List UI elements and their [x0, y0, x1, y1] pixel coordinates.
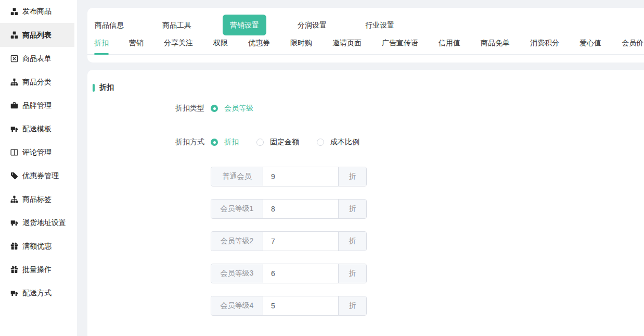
subtab-love-value[interactable]: 爱心值 — [579, 39, 601, 54]
tab-marketing-settings[interactable]: 营销设置 — [223, 15, 266, 35]
sidebar-item-label: 评论管理 — [22, 148, 51, 157]
sidebar-item-label: 商品标签 — [22, 195, 51, 204]
radio-selected-icon[interactable] — [211, 105, 218, 112]
tab-product-info[interactable]: 商品信息 — [87, 15, 131, 35]
discount-row-normal-member: 普通会员 折 — [211, 167, 367, 186]
truck-icon — [10, 219, 18, 227]
sidebar-item-label: 优惠券管理 — [22, 171, 59, 181]
discount-row-label: 会员等级4 — [211, 296, 263, 315]
discount-row-level-1: 会员等级1 折 — [211, 199, 367, 219]
sidebar-item-label: 配送方式 — [22, 289, 51, 298]
subtab-marketing[interactable]: 营销 — [129, 39, 144, 54]
discount-type-row: 折扣类型 会员等级 — [87, 104, 644, 113]
tabs-card: 商品信息 商品工具 营销设置 分润设置 行业设置 折扣 营销 分享关注 权限 优… — [87, 8, 644, 63]
gift-icon — [10, 242, 18, 250]
sidebar-item-label: 配送模板 — [22, 125, 51, 134]
sidebar-item-label: 发布商品 — [22, 7, 51, 16]
sidebar-item-delivery-template[interactable]: 配送模板 — [0, 117, 74, 141]
discount-unit: 折 — [338, 264, 366, 283]
sitemap-icon — [10, 78, 18, 86]
truck-icon — [10, 289, 18, 297]
radio-unselected-icon[interactable] — [317, 139, 324, 146]
tab-profit-settings[interactable]: 分润设置 — [290, 15, 334, 35]
cubes-icon — [10, 31, 18, 39]
subtab-free-order[interactable]: 商品免单 — [481, 39, 510, 54]
sidebar-item-label: 商品分类 — [22, 78, 51, 87]
subtab-member-price[interactable]: 会员价 — [622, 39, 643, 54]
briefcase-icon — [10, 102, 18, 109]
cubes-icon — [10, 8, 18, 16]
subtab-ad-slogan[interactable]: 广告宣传语 — [382, 39, 418, 54]
sidebar-item-label: 批量操作 — [22, 265, 51, 275]
radio-fixed-amount[interactable]: 固定金额 — [256, 138, 299, 147]
discount-unit: 折 — [338, 200, 366, 218]
sidebar-item-coupon-management[interactable]: 优惠券管理 — [0, 164, 74, 188]
sidebar-item-brand-management[interactable]: 品牌管理 — [0, 94, 74, 117]
tab-industry-settings[interactable]: 行业设置 — [358, 15, 402, 35]
discount-type-label: 折扣类型 — [87, 104, 204, 113]
radio-selected-icon[interactable] — [211, 139, 218, 146]
sidebar-item-label: 品牌管理 — [22, 101, 51, 110]
subtab-permissions[interactable]: 权限 — [213, 39, 228, 54]
discount-row-level-3: 会员等级3 折 — [211, 264, 367, 283]
tag-icon — [10, 172, 18, 180]
discount-input-level-1[interactable] — [263, 200, 338, 218]
discount-mode-label: 折扣方式 — [87, 138, 204, 147]
subtab-share-follow[interactable]: 分享关注 — [164, 39, 193, 54]
discount-mode-row: 折扣方式 折扣 固定金额 成本比例 — [87, 138, 644, 147]
discount-input-level-4[interactable] — [263, 296, 338, 315]
discount-row-label: 普通会员 — [211, 167, 263, 186]
radio-discount[interactable]: 折扣 — [211, 138, 239, 147]
discount-row-level-2: 会员等级2 折 — [211, 231, 367, 251]
subtab-discount[interactable]: 折扣 — [94, 39, 109, 54]
sidebar-item-label: 满额优惠 — [22, 242, 51, 251]
secondary-tab-bar: 折扣 营销 分享关注 权限 优惠券 限时购 邀请页面 广告宣传语 信用值 商品免… — [87, 39, 644, 55]
sidebar-item-product-list[interactable]: 商品列表 — [0, 23, 74, 47]
sidebar-item-comment-management[interactable]: 评论管理 — [0, 141, 74, 164]
discount-input-normal-member[interactable] — [263, 167, 338, 186]
sidebar: 发布商品 商品列表 商品表单 商品分类 品牌管理 配送模板 评论 — [0, 0, 77, 336]
discount-unit: 折 — [338, 167, 366, 186]
sidebar-item-product-tags[interactable]: 商品标签 — [0, 188, 74, 211]
columns-icon — [10, 148, 18, 156]
subtab-flash-sale[interactable]: 限时购 — [290, 39, 312, 54]
discount-row-level-4: 会员等级4 折 — [211, 296, 367, 316]
primary-tab-bar: 商品信息 商品工具 营销设置 分润设置 行业设置 — [87, 8, 644, 35]
discount-input-level-3[interactable] — [263, 264, 338, 283]
section-title-text: 折扣 — [99, 83, 114, 92]
discount-mode-options: 折扣 固定金额 成本比例 — [211, 138, 359, 147]
sidebar-item-delivery-method[interactable]: 配送方式 — [0, 281, 74, 305]
subtab-consume-points[interactable]: 消费积分 — [530, 39, 559, 54]
discount-row-label: 会员等级2 — [211, 232, 263, 251]
sidebar-item-label: 商品表单 — [22, 54, 51, 64]
subtab-coupon[interactable]: 优惠券 — [248, 39, 270, 54]
discount-row-label: 会员等级1 — [211, 200, 263, 218]
discount-settings-card: 折扣 折扣类型 会员等级 折扣方式 折扣 固定金额 — [87, 70, 644, 336]
truck-icon — [10, 125, 18, 133]
subtab-invite-page[interactable]: 邀请页面 — [332, 39, 362, 54]
discount-unit: 折 — [338, 296, 366, 315]
discount-type-options: 会员等级 — [211, 104, 253, 113]
sidebar-item-label: 退货地址设置 — [22, 218, 66, 228]
radio-member-level[interactable]: 会员等级 — [211, 104, 253, 113]
sidebar-item-product-category[interactable]: 商品分类 — [0, 70, 74, 94]
sidebar-item-product-form[interactable]: 商品表单 — [0, 47, 74, 70]
gift-icon — [10, 266, 18, 273]
radio-cost-ratio[interactable]: 成本比例 — [317, 138, 359, 147]
radio-unselected-icon[interactable] — [256, 139, 264, 146]
discount-input-level-2[interactable] — [263, 232, 338, 251]
discount-row-label: 会员等级3 — [211, 264, 263, 283]
sitemap-icon — [10, 195, 18, 203]
discount-form: 折扣类型 会员等级 折扣方式 折扣 固定金额 — [87, 104, 644, 316]
sidebar-item-full-discount[interactable]: 满额优惠 — [0, 234, 74, 258]
square-x-icon — [10, 55, 18, 63]
subtab-credit-value[interactable]: 信用值 — [439, 39, 460, 54]
sidebar-item-label: 商品列表 — [22, 31, 51, 40]
section-title-accent-bar — [93, 84, 95, 92]
tab-product-tools[interactable]: 商品工具 — [155, 15, 199, 35]
sidebar-item-return-address[interactable]: 退货地址设置 — [0, 211, 74, 234]
sidebar-item-batch-operations[interactable]: 批量操作 — [0, 258, 74, 281]
section-title: 折扣 — [93, 83, 644, 92]
discount-unit: 折 — [338, 232, 366, 251]
sidebar-item-publish-product[interactable]: 发布商品 — [0, 0, 74, 23]
